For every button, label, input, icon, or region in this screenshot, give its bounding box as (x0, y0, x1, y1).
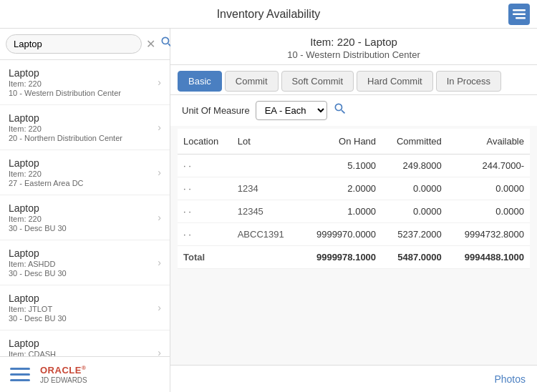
table-total-row: Total 9999978.1000 5487.0000 9994488.100… (178, 246, 530, 269)
list-item[interactable]: Laptop Item: JTLOT 30 - Desc BU 30 › (0, 285, 170, 330)
total-available: 9994488.1000 (448, 246, 530, 269)
list-item-content: Laptop Item: 220 10 - Western Distributi… (9, 67, 121, 97)
list-item[interactable]: Laptop Item: ASHDD 30 - Desc BU 30 › (0, 240, 170, 285)
search-bar: ✕ (0, 29, 170, 60)
list-item-sub1: Item: CDASH (9, 350, 67, 356)
list-item[interactable]: Laptop Item: 220 10 - Western Distributi… (0, 60, 170, 105)
chevron-right-icon: › (158, 77, 161, 88)
cell-available: 244.7000- (448, 155, 530, 177)
oracle-logo: ORACLE® JD EDWARDS (40, 365, 87, 383)
chevron-right-icon: › (158, 347, 161, 356)
chevron-right-icon: › (158, 167, 161, 178)
list-item-sub1: Item: 220 (9, 124, 122, 133)
list-item-sub1: Item: 220 (9, 170, 84, 178)
table-row: · · 1234 2.0000 0.0000 0.0000 (178, 177, 530, 200)
uom-search-icon[interactable] (333, 102, 347, 119)
svg-rect-2 (516, 17, 526, 19)
list-item-sub1: Item: ASHDD (9, 260, 67, 268)
inventory-table: Location Lot On Hand Committed Available… (178, 129, 530, 269)
item-subtitle: 10 - Western Distribution Center (170, 49, 537, 60)
list-item[interactable]: Laptop Item: 220 30 - Desc BU 30 › (0, 195, 170, 240)
list-item-sub2: 27 - Eastern Area DC (9, 179, 84, 187)
list-item-content: Laptop Item: JTLOT 30 - Desc BU 30 (9, 293, 67, 323)
cell-lot (232, 155, 299, 177)
tab-bar: BasicCommitSoft CommitHard CommitIn Proc… (170, 65, 537, 95)
tab-soft-commit[interactable]: Soft Commit (281, 71, 354, 92)
list-item-content: Laptop Item: 220 27 - Eastern Area DC (9, 157, 84, 187)
chevron-right-icon: › (158, 212, 161, 223)
list-item-sub2: 20 - Northern Distribution Center (9, 134, 122, 142)
cell-onhand: 2.0000 (299, 177, 382, 200)
chevron-right-icon: › (158, 302, 161, 313)
tab-hard-commit[interactable]: Hard Commit (357, 71, 433, 92)
uom-select[interactable]: EA - Each (256, 101, 327, 120)
content-panel: Item: 220 - Laptop 10 - Western Distribu… (170, 29, 537, 392)
list-item-title: Laptop (9, 67, 121, 79)
uom-label: Unit Of Measure (182, 105, 250, 116)
jde-brand-name: JD EDWARDS (40, 376, 87, 384)
cell-committed: 0.0000 (382, 177, 448, 200)
table-row: · · ABCC1391 9999970.0000 5237.2000 9994… (178, 223, 530, 246)
menu-line-3 (10, 379, 30, 381)
list-item-title: Laptop (9, 202, 67, 214)
svg-rect-1 (513, 13, 526, 15)
table-row: · · 5.1000 249.8000 244.7000- (178, 155, 530, 177)
app-header: Inventory Availability (0, 0, 537, 29)
total-committed: 5487.0000 (382, 246, 448, 269)
cell-onhand: 1.0000 (299, 200, 382, 223)
cell-location: · · (178, 155, 232, 177)
list-item-title: Laptop (9, 112, 122, 124)
clear-search-icon[interactable]: ✕ (146, 37, 155, 51)
content-header: Item: 220 - Laptop 10 - Western Distribu… (170, 29, 537, 65)
list-item-sub2: 10 - Western Distribution Center (9, 89, 121, 97)
list-item-content: Laptop Item: ASHDD 30 - Desc BU 30 (9, 248, 67, 278)
total-lot (232, 246, 299, 269)
tab-basic[interactable]: Basic (178, 71, 222, 92)
chevron-right-icon: › (158, 122, 161, 133)
list-item-sub1: Item: 220 (9, 215, 67, 223)
list-item-title: Laptop (9, 248, 67, 259)
cell-available: 0.0000 (448, 177, 530, 200)
cell-lot: 1234 (232, 177, 299, 200)
list-item-title: Laptop (9, 157, 84, 169)
inventory-table-container: Location Lot On Hand Committed Available… (170, 126, 537, 365)
cell-onhand: 9999970.0000 (299, 223, 382, 246)
list-item[interactable]: Laptop Item: 220 27 - Eastern Area DC › (0, 150, 170, 195)
search-input[interactable] (6, 34, 142, 54)
list-item-content: Laptop Item: CDASH 30 - Desc BU 30 (9, 338, 67, 356)
cell-lot: ABCC1391 (232, 223, 299, 246)
list-item[interactable]: Laptop Item: 220 20 - Northern Distribut… (0, 105, 170, 150)
list-item-title: Laptop (9, 338, 67, 349)
list-item-content: Laptop Item: 220 20 - Northern Distribut… (9, 112, 122, 142)
table-header-row: Location Lot On Hand Committed Available (178, 129, 530, 155)
col-lot: Lot (232, 129, 299, 155)
total-label: Total (178, 246, 232, 269)
cell-committed: 249.8000 (382, 155, 448, 177)
tab-in-process[interactable]: In Process (436, 71, 501, 92)
list-item-title: Laptop (9, 293, 67, 304)
list-item-sub2: 30 - Desc BU 30 (9, 314, 67, 323)
tab-commit[interactable]: Commit (225, 71, 279, 92)
list-item-content: Laptop Item: 220 30 - Desc BU 30 (9, 202, 67, 232)
col-committed: Committed (382, 129, 448, 155)
header-menu-icon[interactable] (508, 4, 530, 25)
hamburger-menu-icon[interactable] (9, 365, 32, 385)
item-title: Item: 220 - Laptop (170, 36, 537, 48)
content-footer: Photos (170, 365, 537, 392)
list-item[interactable]: Laptop Item: CDASH 30 - Desc BU 30 › (0, 330, 170, 356)
cell-available: 9994732.8000 (448, 223, 530, 246)
uom-row: Unit Of Measure EA - Each (170, 95, 537, 126)
chevron-right-icon: › (158, 257, 161, 268)
col-available: Available (448, 129, 530, 155)
list-container: Laptop Item: 220 10 - Western Distributi… (0, 60, 170, 356)
photos-link[interactable]: Photos (494, 373, 526, 385)
menu-line-2 (10, 373, 30, 376)
oracle-brand-name: ORACLE® (40, 365, 86, 376)
table-row: · · 12345 1.0000 0.0000 0.0000 (178, 200, 530, 223)
cell-onhand: 5.1000 (299, 155, 382, 177)
sidebar-footer: ORACLE® JD EDWARDS (0, 356, 170, 392)
cell-committed: 5237.2000 (382, 223, 448, 246)
sidebar: ✕ Laptop Item: 220 10 - Western Distribu… (0, 29, 170, 392)
col-location: Location (178, 129, 232, 155)
cell-location: · · (178, 223, 232, 246)
